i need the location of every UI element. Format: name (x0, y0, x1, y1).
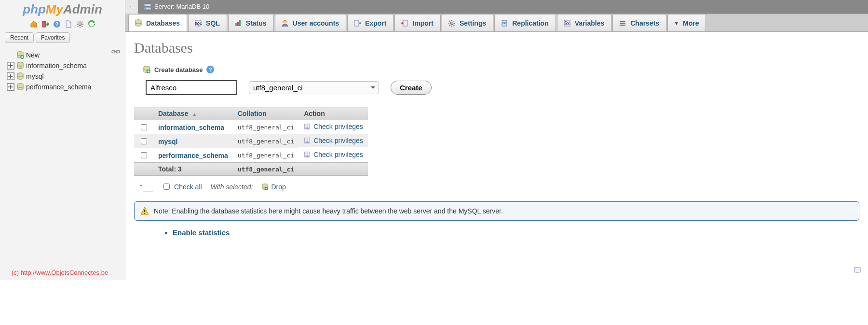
row-checkbox[interactable] (141, 152, 147, 158)
col-database[interactable]: Database ▲ (153, 107, 233, 120)
db-name-input[interactable] (146, 80, 237, 95)
statistics-note: Note: Enabling the database statistics h… (134, 201, 859, 221)
row-checkbox[interactable] (141, 138, 147, 144)
logo-part-admin: Admin (63, 2, 102, 16)
tree-db-mysql[interactable]: mysql (3, 71, 122, 82)
check-privileges-link[interactable]: Check privileges (313, 123, 363, 130)
collation-cell: utf8_general_ci (233, 134, 299, 148)
enable-statistics-link[interactable]: Enable statistics (173, 228, 230, 237)
main: ← Server: MariaDB 10 Databases SQL Statu… (125, 0, 868, 280)
caret-down-icon: ▼ (674, 20, 679, 26)
tab-export[interactable]: Export (347, 14, 393, 31)
check-privileges-link[interactable]: Check privileges (313, 151, 363, 158)
create-db-label: Create database (154, 66, 203, 73)
tab-replication[interactable]: Replication (494, 14, 556, 31)
row-checkbox[interactable] (141, 124, 147, 130)
tab-label: Status (246, 19, 267, 27)
check-all-link[interactable]: Check all (174, 183, 202, 191)
tab-label: Settings (460, 19, 486, 27)
drop-button[interactable]: Drop (261, 183, 285, 191)
drop-icon (261, 184, 268, 190)
with-selected-label: With selected: (211, 183, 253, 191)
back-button[interactable]: ← (125, 0, 139, 14)
create-db-header: Create database ? (143, 66, 859, 73)
top-tabs: Databases SQL Status User accounts Expor… (125, 14, 868, 32)
db-link[interactable]: mysql (158, 138, 177, 145)
tab-label: Export (365, 19, 386, 27)
tab-sql[interactable]: SQL (188, 14, 227, 31)
db-link[interactable]: performance_schema (158, 152, 228, 159)
settings-icon[interactable] (76, 20, 84, 28)
tab-label: Charsets (630, 19, 659, 27)
table-row: mysql utf8_general_ci Check privileges (134, 134, 368, 148)
tree-db-information-schema[interactable]: information_schema (3, 60, 122, 71)
server-bar: ← Server: MariaDB 10 (125, 0, 868, 14)
status-icon (234, 19, 242, 27)
table-row: performance_schema utf8_general_ci Check… (134, 148, 368, 163)
help-icon[interactable]: ? (206, 66, 214, 73)
col-checkbox (134, 107, 153, 120)
total-collation: utf8_general_ci (233, 163, 299, 176)
bookmark-icon[interactable] (854, 266, 861, 275)
database-table: Database ▲ Collation Action information_… (134, 107, 368, 176)
link-panels-icon[interactable] (111, 48, 120, 56)
tab-variables[interactable]: Variables (557, 14, 612, 31)
users-icon (281, 19, 289, 27)
tab-label: Variables (575, 19, 605, 27)
tab-label: Databases (146, 19, 180, 27)
tree-new-db[interactable]: New (3, 50, 122, 60)
total-label: Total: 3 (153, 163, 233, 176)
page-title: Databases (134, 40, 859, 56)
attribution-link[interactable]: (c) http://www.ObjetsConnectes.be (12, 269, 108, 276)
sidebar-tab-recent[interactable]: Recent (5, 32, 34, 43)
db-link[interactable]: information_schema (158, 124, 224, 131)
tab-user-accounts[interactable]: User accounts (275, 14, 346, 31)
phpmyadmin-logo: phpMyAdmin (3, 2, 122, 17)
logo-part-php: php (23, 2, 46, 16)
tab-label: Import (412, 19, 434, 27)
bulk-actions: ↑__ Check all With selected: Drop (139, 182, 859, 192)
warning-icon (140, 207, 149, 215)
sidebar-tab-favorites[interactable]: Favorites (36, 32, 70, 43)
table-row: information_schema utf8_general_ci Check… (134, 120, 368, 135)
tab-status[interactable]: Status (228, 14, 274, 31)
create-button[interactable]: Create (391, 81, 432, 95)
collation-select[interactable]: utf8_general_ci (249, 81, 379, 94)
tree-db-performance-schema[interactable]: performance_schema (3, 82, 122, 92)
help-icon[interactable] (53, 20, 61, 28)
col-label: Database (158, 110, 188, 117)
replication-icon (501, 19, 508, 27)
reload-icon[interactable] (87, 20, 96, 28)
variables-icon (563, 19, 571, 27)
tab-charsets[interactable]: Charsets (612, 14, 666, 31)
sort-asc-icon: ▲ (192, 112, 197, 117)
tab-label: SQL (206, 19, 220, 27)
collation-cell: utf8_general_ci (233, 148, 299, 163)
tab-import[interactable]: Import (394, 14, 441, 31)
check-privileges-link[interactable]: Check privileges (313, 137, 363, 144)
tab-databases[interactable]: Databases (128, 14, 187, 31)
tab-more[interactable]: ▼ More (667, 14, 706, 31)
logout-icon[interactable] (41, 20, 50, 28)
server-label: Server: MariaDB 10 (154, 3, 209, 10)
home-icon[interactable] (29, 20, 38, 28)
create-db-form: utf8_general_ci Create (146, 80, 859, 95)
privileges-icon (304, 123, 311, 130)
export-icon (353, 19, 361, 27)
collation-cell: utf8_general_ci (233, 120, 299, 135)
tab-settings[interactable]: Settings (442, 14, 493, 31)
col-collation[interactable]: Collation (233, 107, 299, 120)
privileges-icon (304, 137, 311, 144)
tree-new-label: New (26, 51, 40, 59)
privileges-icon (304, 151, 311, 158)
tree-db-label: mysql (26, 72, 44, 80)
check-all-checkbox[interactable] (163, 184, 170, 190)
docs-icon[interactable] (64, 20, 73, 28)
col-action: Action (299, 107, 368, 120)
logo-part-my: My (46, 2, 63, 16)
sidebar-icon-row (3, 20, 122, 28)
new-db-icon (143, 66, 150, 73)
db-tree: New information_schema mysql performance… (3, 50, 122, 92)
tree-db-label: information_schema (26, 62, 87, 70)
sidebar: phpMyAdmin Recent Favorites New in (0, 0, 125, 280)
